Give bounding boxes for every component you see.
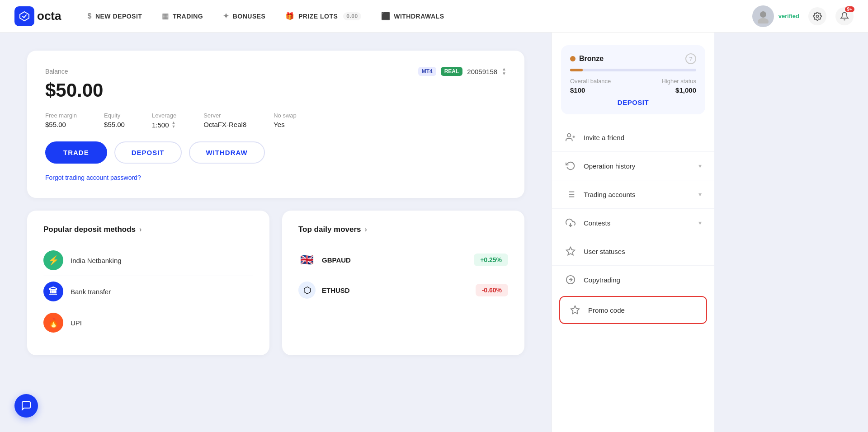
account-number: 20059158: [467, 68, 497, 75]
sidebar-menu-left-trading: Trading accounts: [565, 188, 636, 200]
server-metric: Server OctaFX-Real8: [203, 112, 246, 129]
main-content: Balance MT4 REAL 20059158 ▲ ▼ $50.00 Fre…: [0, 33, 552, 432]
no-swap-value: Yes: [274, 121, 284, 128]
svg-marker-16: [571, 306, 579, 314]
mover-left-ethusd: ⬡ ETHUSD: [298, 282, 350, 299]
sidebar-item-contests[interactable]: Contests ▾: [552, 209, 714, 237]
status-top: Bronze ?: [570, 53, 696, 64]
logo-icon: [14, 6, 34, 26]
mt4-badge: MT4: [418, 67, 436, 76]
real-badge: REAL: [441, 67, 463, 76]
ethusd-change: -0.60%: [476, 284, 508, 296]
sidebar-deposit-cta[interactable]: DEPOSIT: [570, 99, 696, 106]
sidebar-label-promo-code: Promo code: [588, 306, 625, 314]
deposit-item-upi[interactable]: 🔥 UPI: [43, 307, 253, 338]
leverage-metric: Leverage 1:500 ▲▼: [152, 112, 176, 129]
gbpaud-flag-icon: 🇬🇧: [298, 251, 316, 268]
main-layout: Balance MT4 REAL 20059158 ▲ ▼ $50.00 Fre…: [0, 33, 868, 432]
sidebar-label-trading-accounts: Trading accounts: [584, 191, 636, 198]
svg-point-0: [760, 11, 766, 18]
forgot-password-link[interactable]: Forgot trading account password?: [45, 174, 141, 181]
leverage-value: 1:500: [152, 121, 169, 129]
overall-balance-value: $100: [570, 86, 585, 94]
popular-deposits-card: Popular deposit methods › ⚡ India Netban…: [27, 211, 269, 355]
header: octa $ NEW DEPOSIT ▦ TRADING ✦ BONUSES 🎁…: [0, 0, 868, 33]
header-right: verified 9+: [752, 5, 854, 27]
avatar: [752, 5, 774, 27]
popular-deposits-title: Popular deposit methods ›: [43, 225, 253, 234]
chevron-contests: ▾: [698, 219, 702, 226]
nav-new-deposit[interactable]: $ NEW DEPOSIT: [79, 9, 150, 24]
star-icon: [565, 245, 576, 257]
progress-bar-fill: [570, 69, 583, 71]
deposit-item-netbanking[interactable]: ⚡ India Netbanking: [43, 245, 253, 276]
netbanking-icon: ⚡: [43, 250, 63, 270]
svg-point-2: [816, 15, 819, 17]
nav-withdrawals[interactable]: ⬛ WITHDRAWALS: [373, 8, 453, 24]
sidebar: Bronze ? Overall balance Higher status $…: [552, 33, 714, 432]
bar-chart-icon: ▦: [162, 12, 169, 20]
balance-amount: $50.00: [45, 80, 506, 101]
deposit-item-bank-transfer[interactable]: 🏛 Bank transfer: [43, 276, 253, 307]
account-switcher[interactable]: ▲ ▼: [502, 67, 506, 76]
arrow-up-box-icon: ⬛: [381, 12, 391, 20]
sidebar-item-copytrading[interactable]: Copytrading: [552, 266, 714, 294]
balance-card: Balance MT4 REAL 20059158 ▲ ▼ $50.00 Fre…: [27, 51, 524, 198]
logo[interactable]: octa: [14, 6, 61, 26]
trophy-icon: [565, 217, 576, 229]
notifications-button[interactable]: 9+: [835, 7, 854, 25]
mover-ethusd[interactable]: ⬡ ETHUSD -0.60%: [298, 275, 508, 305]
prize-lots-value: 0.00: [343, 12, 361, 20]
equity-label: Equity: [104, 112, 125, 119]
sidebar-label-user-statuses: User statuses: [584, 248, 625, 255]
sidebar-label-copytrading: Copytrading: [584, 276, 620, 284]
gift-icon: 🎁: [285, 12, 295, 20]
nav-trading[interactable]: ▦ TRADING: [154, 8, 211, 24]
overall-balance-row: Overall balance Higher status: [570, 78, 696, 85]
sidebar-label-invite-friend: Invite a friend: [584, 134, 624, 141]
chevron-operation-history: ▾: [698, 162, 702, 169]
help-icon[interactable]: ?: [685, 53, 696, 64]
notification-badge: 9+: [845, 6, 854, 12]
gbpaud-name: GBPAUD: [322, 256, 351, 264]
server-label: Server: [203, 112, 246, 119]
leverage-arrows[interactable]: ▲▼: [172, 121, 176, 129]
top-movers-arrow[interactable]: ›: [365, 225, 367, 234]
netbanking-name: India Netbanking: [71, 257, 122, 264]
balance-metrics: Free margin $55.00 Equity $55.00 Leverag…: [45, 112, 506, 129]
no-swap-metric: No swap Yes: [274, 112, 297, 129]
person-add-icon: [565, 131, 576, 143]
user-profile[interactable]: verified: [752, 5, 799, 27]
account-selector[interactable]: MT4 REAL 20059158 ▲ ▼: [418, 67, 506, 76]
trade-button[interactable]: TRADE: [45, 141, 107, 164]
sidebar-item-invite-friend[interactable]: Invite a friend: [552, 123, 714, 152]
bank-transfer-icon: 🏛: [43, 282, 63, 301]
chat-button[interactable]: [14, 394, 38, 418]
free-margin-label: Free margin: [45, 112, 77, 119]
nav-prize-lots[interactable]: 🎁 PRIZE LOTS 0.00: [277, 8, 369, 24]
progress-bar-wrap: [570, 69, 696, 71]
sidebar-label-operation-history: Operation history: [584, 162, 635, 170]
logo-text: octa: [37, 9, 61, 23]
sidebar-menu-left-user-statuses: User statuses: [565, 245, 625, 257]
sidebar-item-trading-accounts[interactable]: Trading accounts ▾: [552, 180, 714, 209]
ethusd-name: ETHUSD: [322, 286, 350, 294]
sidebar-item-operation-history[interactable]: Operation history ▾: [552, 152, 714, 180]
deposit-button[interactable]: DEPOSIT: [114, 141, 182, 164]
nav-bonuses[interactable]: ✦ BONUSES: [215, 8, 274, 24]
balance-label: Balance: [45, 68, 68, 75]
settings-button[interactable]: [808, 7, 826, 25]
equity-metric: Equity $55.00: [104, 112, 125, 129]
list-icon: [565, 188, 576, 200]
popular-deposits-arrow[interactable]: ›: [139, 225, 142, 234]
sidebar-item-user-statuses[interactable]: User statuses: [552, 237, 714, 266]
equity-value: $55.00: [104, 121, 125, 128]
sidebar-item-promo-code[interactable]: Promo code: [559, 296, 707, 324]
sidebar-menu-left-copytrading: Copytrading: [565, 274, 620, 286]
sidebar-user-status: Bronze ? Overall balance Higher status $…: [561, 45, 705, 114]
free-margin-value: $55.00: [45, 121, 66, 128]
mover-gbpaud[interactable]: 🇬🇧 GBPAUD +0.25%: [298, 245, 508, 275]
withdraw-button[interactable]: WITHDRAW: [189, 141, 265, 164]
no-swap-label: No swap: [274, 112, 297, 119]
sparkle-icon: ✦: [223, 12, 229, 20]
